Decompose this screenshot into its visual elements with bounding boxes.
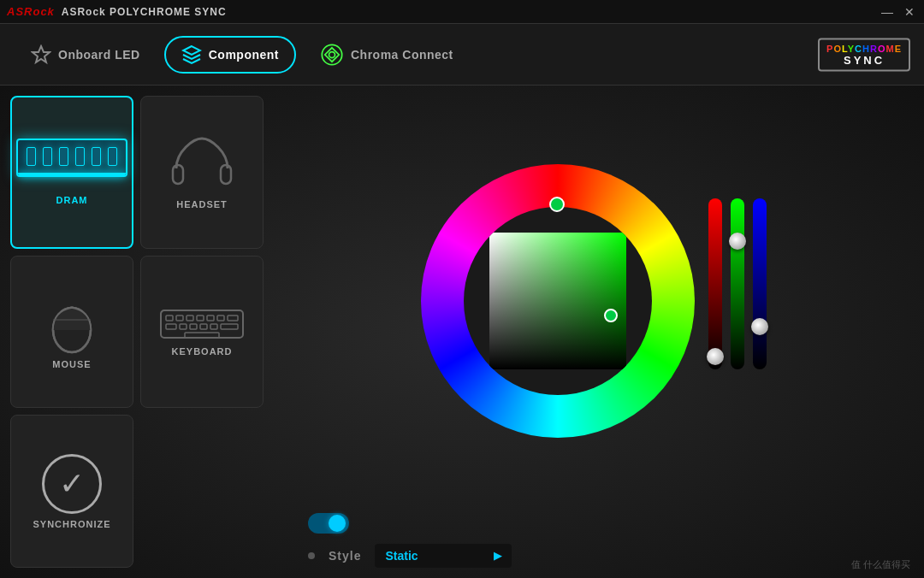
titlebar-controls: — ✕ (880, 5, 917, 19)
svg-rect-17 (180, 324, 187, 329)
svg-rect-2 (173, 165, 183, 184)
svg-rect-18 (190, 324, 197, 329)
svg-rect-11 (187, 316, 193, 321)
nav-chroma-connect-label: Chroma Connect (351, 48, 453, 62)
color-wheel-inner (464, 207, 652, 395)
close-button[interactable]: ✕ (902, 5, 917, 19)
right-panel: Style Static ▶ (274, 86, 924, 578)
device-card-keyboard[interactable]: Keyboard (140, 256, 264, 409)
device-card-headset[interactable]: Headset (140, 96, 264, 249)
svg-rect-10 (176, 316, 183, 321)
dram-chip (108, 147, 117, 166)
hue-handle[interactable] (549, 197, 565, 212)
dram-chip (92, 147, 101, 166)
toggle-knob (329, 515, 346, 532)
polychrome-sync-logo: POLYCHROME SYNC (818, 38, 910, 71)
device-panel: DRAM Headset Mouse (0, 86, 274, 578)
nav-component-label: Component (209, 48, 279, 62)
style-label: Style (329, 549, 361, 563)
device-card-keyboard-label: Keyboard (172, 346, 233, 357)
svg-rect-19 (200, 324, 207, 329)
svg-rect-15 (228, 316, 238, 321)
titlebar: ASRock ASRock POLYCHROME SYNC — ✕ (0, 0, 924, 24)
svg-rect-13 (207, 316, 214, 321)
titlebar-title: ASRock ASRock POLYCHROME SYNC (7, 5, 227, 18)
style-value-text: Static (385, 549, 418, 563)
color-wheel-wrapper[interactable] (421, 164, 695, 438)
svg-rect-9 (166, 316, 173, 321)
blue-slider-wrapper (753, 198, 767, 404)
rgb-sliders (708, 181, 767, 421)
minimize-button[interactable]: — (880, 5, 895, 19)
style-dot (308, 552, 315, 559)
toggle-row (308, 513, 914, 534)
dram-bottom-bar (18, 173, 126, 176)
style-dropdown[interactable]: Static ▶ (375, 544, 512, 568)
asrock-logo: ASRock (7, 5, 55, 18)
dram-chip (59, 147, 68, 166)
logo-line2: SYNC (844, 53, 885, 66)
blue-slider-thumb[interactable] (751, 318, 768, 335)
device-card-headset-label: Headset (176, 199, 228, 209)
dram-chips (18, 140, 126, 173)
nav-component[interactable]: Component (164, 36, 296, 74)
green-slider-thumb[interactable] (729, 233, 746, 250)
style-row: Style Static ▶ (308, 544, 914, 568)
red-slider-wrapper (708, 198, 722, 404)
bottom-controls: Style Static ▶ (274, 506, 914, 568)
device-card-mouse-label: Mouse (52, 359, 91, 369)
headset-icon (168, 134, 236, 194)
dram-board (16, 139, 127, 177)
red-slider-track[interactable] (708, 198, 722, 369)
dram-chip (43, 147, 52, 166)
nav-onboard-led-label: Onboard LED (58, 48, 140, 62)
svg-rect-3 (221, 165, 231, 184)
razer-icon (320, 43, 344, 67)
dram-visual (16, 139, 127, 190)
keyboard-icon (159, 307, 245, 341)
svg-rect-14 (217, 316, 224, 321)
led-toggle[interactable] (308, 513, 349, 534)
logo-line1: POLYCHROME (826, 43, 902, 53)
svg-rect-16 (166, 324, 176, 329)
green-slider-wrapper (731, 198, 744, 404)
dram-chip (27, 147, 36, 166)
svg-rect-21 (221, 324, 238, 329)
svg-marker-0 (33, 46, 50, 62)
svg-rect-20 (210, 324, 217, 329)
red-slider-thumb[interactable] (707, 348, 724, 365)
component-icon (181, 44, 202, 65)
device-card-dram[interactable]: DRAM (10, 96, 133, 249)
polychrome-title: ASRock POLYCHROME SYNC (62, 6, 227, 18)
main-content: DRAM Headset Mouse (0, 86, 924, 578)
svg-rect-12 (197, 316, 204, 321)
topnav: Onboard LED Component Chroma Connect POL… (0, 24, 924, 86)
green-slider-track[interactable] (731, 198, 744, 369)
device-card-synchronize-label: Synchronize (33, 519, 110, 529)
device-card-synchronize[interactable]: ✓ Synchronize (10, 415, 133, 568)
nav-onboard-led[interactable]: Onboard LED (14, 36, 157, 74)
blue-slider-track[interactable] (753, 198, 767, 369)
dram-chip (75, 147, 85, 166)
style-dropdown-arrow: ▶ (494, 550, 501, 562)
saturation-handle[interactable] (604, 309, 618, 322)
synchronize-icon: ✓ (42, 454, 102, 514)
mouse-icon (46, 294, 98, 354)
nav-chroma-connect[interactable]: Chroma Connect (303, 34, 471, 75)
device-card-dram-label: DRAM (56, 195, 88, 205)
watermark: 值 什么值得买 (851, 558, 910, 571)
svg-point-1 (329, 51, 335, 57)
color-section (274, 96, 914, 506)
onboard-led-icon (31, 44, 51, 65)
device-card-mouse[interactable]: Mouse (10, 256, 133, 409)
color-saturation-box[interactable] (489, 233, 626, 369)
